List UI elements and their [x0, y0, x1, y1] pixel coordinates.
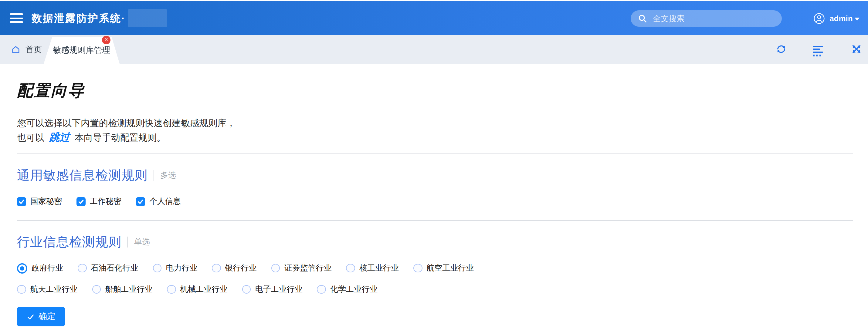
check-icon [26, 313, 34, 321]
app-title: 数据泄露防护系统· [32, 11, 126, 25]
radio-option-government[interactable]: 政府行业 [17, 263, 63, 273]
checkbox-label: 个人信息 [149, 196, 181, 207]
radio-icon[interactable] [17, 285, 26, 294]
single-select-badge: 单选 [134, 237, 150, 248]
radio-option-nuclear[interactable]: 核工业行业 [346, 263, 399, 273]
checkbox-option-personal-info[interactable]: 个人信息 [136, 196, 181, 207]
vertical-divider [127, 237, 128, 248]
fullscreen-icon[interactable] [851, 44, 862, 55]
radio-option-petrochemical[interactable]: 石油石化行业 [78, 263, 138, 273]
username: admin [830, 14, 853, 23]
radio-option-securities[interactable]: 证券监管行业 [271, 263, 332, 273]
section-general-header: 通用敏感信息检测规则 多选 [17, 167, 853, 184]
radio-selected-icon[interactable] [17, 263, 27, 273]
radio-option-electronics[interactable]: 电子工业行业 [242, 284, 303, 295]
section-general-title: 通用敏感信息检测规则 [17, 167, 148, 184]
user-menu[interactable]: admin [813, 12, 860, 24]
search-input[interactable] [652, 13, 774, 23]
radio-option-aviation[interactable]: 航空工业行业 [413, 263, 474, 273]
tab-active-label: 敏感规则库管理 [53, 45, 111, 56]
vertical-divider [154, 170, 154, 181]
radio-icon[interactable] [212, 264, 221, 272]
checkbox-label: 国家秘密 [30, 196, 62, 207]
section-industry-title: 行业信息检测规则 [17, 234, 121, 251]
checkbox-option-state-secret[interactable]: 国家秘密 [17, 196, 62, 207]
tab-home-label: 首页 [26, 44, 42, 55]
radio-option-banking[interactable]: 银行行业 [212, 263, 256, 273]
radio-group-row2: 航天工业行业 船舶工业行业 机械工业行业 电子工业行业 化学工业行业 [17, 284, 853, 295]
tab-bar: 首页 敏感规则库管理 ✕ [0, 35, 868, 64]
radio-icon[interactable] [271, 264, 280, 272]
radio-group-row1: 政府行业 石油石化行业 电力行业 银行行业 证券监管行业 核工业行业 [17, 263, 853, 273]
confirm-button-label: 确定 [38, 311, 56, 322]
wizard-page: 配置向导 您可以选择以下内置的检测规则快速创建敏感规则库， 也可以跳过本向导手动… [0, 80, 868, 326]
radio-icon[interactable] [317, 285, 326, 294]
tab-close-icon[interactable]: ✕ [102, 36, 111, 44]
radio-option-machinery[interactable]: 机械工业行业 [167, 284, 227, 295]
checkbox-group: 国家秘密 工作秘密 个人信息 [17, 196, 853, 207]
home-icon [11, 44, 21, 54]
radio-icon[interactable] [242, 285, 251, 294]
radio-option-chemical[interactable]: 化学工业行业 [317, 284, 377, 295]
checkbox-option-work-secret[interactable]: 工作秘密 [76, 196, 121, 207]
intro-text: 您可以选择以下内置的检测规则快速创建敏感规则库， 也可以跳过本向导手动配置规则。 [17, 116, 853, 145]
search-icon [638, 14, 647, 23]
list-icon[interactable] [813, 44, 824, 55]
intro-prefix: 也可以 [17, 132, 44, 142]
user-avatar-icon [813, 12, 825, 24]
page: 数据泄露防护系统· [0, 0, 868, 330]
section-divider [17, 220, 853, 221]
radio-icon[interactable] [167, 285, 176, 294]
checkbox-label: 工作秘密 [90, 196, 121, 207]
chevron-down-icon [855, 17, 860, 20]
radio-option-aerospace[interactable]: 航天工业行业 [17, 284, 78, 295]
radio-icon[interactable] [92, 285, 101, 294]
multi-select-badge: 多选 [160, 170, 176, 181]
radio-icon[interactable] [413, 264, 422, 272]
radio-option-shipbuilding[interactable]: 船舶工业行业 [92, 284, 152, 295]
radio-icon[interactable] [346, 264, 355, 272]
header-masked-text [128, 9, 167, 27]
checkbox-checked-icon[interactable] [76, 197, 86, 206]
hamburger-menu-icon[interactable] [10, 13, 23, 23]
radio-icon[interactable] [78, 264, 87, 272]
skip-link[interactable]: 跳过 [49, 132, 70, 143]
global-search[interactable] [630, 10, 781, 26]
intro-line2: 也可以跳过本向导手动配置规则。 [17, 130, 853, 145]
confirm-button[interactable]: 确定 [17, 307, 65, 326]
intro-line1: 您可以选择以下内置的检测规则快速创建敏感规则库， [17, 116, 853, 130]
app-header: 数据泄露防护系统· [0, 1, 868, 35]
refresh-icon[interactable] [776, 44, 787, 55]
checkbox-checked-icon[interactable] [136, 197, 145, 206]
tab-home[interactable]: 首页 [11, 35, 42, 64]
intro-suffix: 本向导手动配置规则。 [75, 132, 166, 142]
radio-icon[interactable] [153, 264, 161, 272]
checkbox-checked-icon[interactable] [17, 197, 26, 206]
radio-option-electric-power[interactable]: 电力行业 [153, 263, 197, 273]
section-industry-header: 行业信息检测规则 单选 [17, 234, 853, 251]
page-title: 配置向导 [17, 80, 853, 101]
section-divider [17, 154, 853, 154]
